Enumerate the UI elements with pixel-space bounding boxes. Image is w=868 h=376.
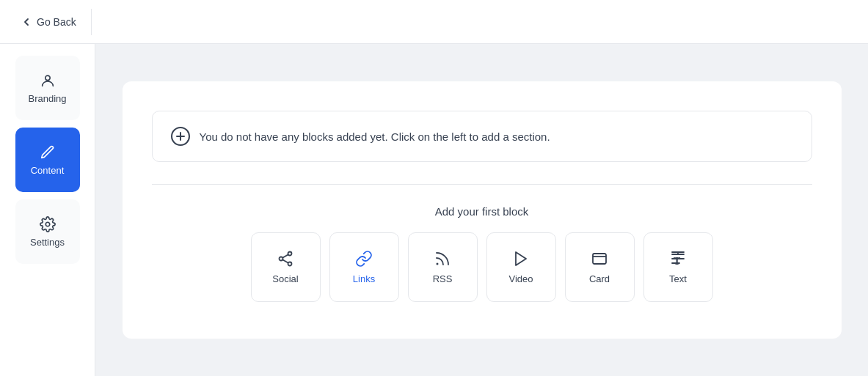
branding-icon — [40, 73, 56, 89]
video-label: Video — [508, 273, 533, 284]
settings-label: Settings — [30, 237, 65, 248]
video-icon — [512, 250, 530, 268]
block-rss[interactable]: RSS — [408, 232, 478, 302]
links-label: Links — [353, 273, 375, 284]
svg-rect-8 — [593, 254, 606, 264]
block-options: Social Links RS — [251, 232, 713, 302]
header-divider — [91, 9, 92, 35]
go-back-button[interactable]: Go Back — [15, 12, 82, 32]
add-block-label: Add your first block — [435, 205, 529, 218]
text-label: Text — [669, 273, 687, 284]
svg-marker-7 — [516, 252, 526, 265]
sidebar-item-settings[interactable]: Settings — [15, 199, 80, 264]
svg-text:T: T — [674, 256, 681, 267]
sidebar-item-content[interactable]: Content — [15, 128, 80, 192]
content-label: Content — [31, 165, 65, 176]
block-video[interactable]: Video — [486, 232, 556, 302]
main-layout: Branding Content Settings — [0, 44, 868, 376]
svg-point-1 — [45, 222, 50, 226]
text-icon: T — [669, 250, 687, 268]
card-icon — [591, 250, 608, 268]
header: Go Back — [0, 0, 868, 44]
arrow-left-icon — [21, 16, 32, 28]
settings-icon — [40, 216, 56, 232]
section-divider — [152, 184, 812, 185]
rss-icon — [434, 250, 451, 268]
empty-message: You do not have any blocks added yet. Cl… — [200, 130, 550, 143]
content-icon — [40, 144, 56, 161]
content-area: You do not have any blocks added yet. Cl… — [95, 44, 868, 376]
content-card: You do not have any blocks added yet. Cl… — [123, 81, 842, 339]
block-text[interactable]: T Text — [643, 232, 713, 302]
add-circle-icon — [170, 126, 191, 147]
go-back-label: Go Back — [37, 16, 76, 28]
empty-state-banner: You do not have any blocks added yet. Cl… — [152, 111, 812, 162]
branding-label: Branding — [28, 93, 66, 104]
social-label: Social — [272, 273, 298, 284]
block-social[interactable]: Social — [251, 232, 321, 302]
card-label: Card — [589, 273, 610, 284]
block-links[interactable]: Links — [329, 232, 399, 302]
sidebar: Branding Content Settings — [0, 44, 95, 376]
rss-label: RSS — [433, 273, 453, 284]
block-card[interactable]: Card — [565, 232, 635, 302]
svg-point-6 — [437, 263, 439, 265]
sidebar-item-branding[interactable]: Branding — [15, 56, 80, 120]
links-icon — [355, 250, 373, 268]
svg-point-0 — [45, 75, 49, 80]
social-icon — [277, 250, 294, 268]
